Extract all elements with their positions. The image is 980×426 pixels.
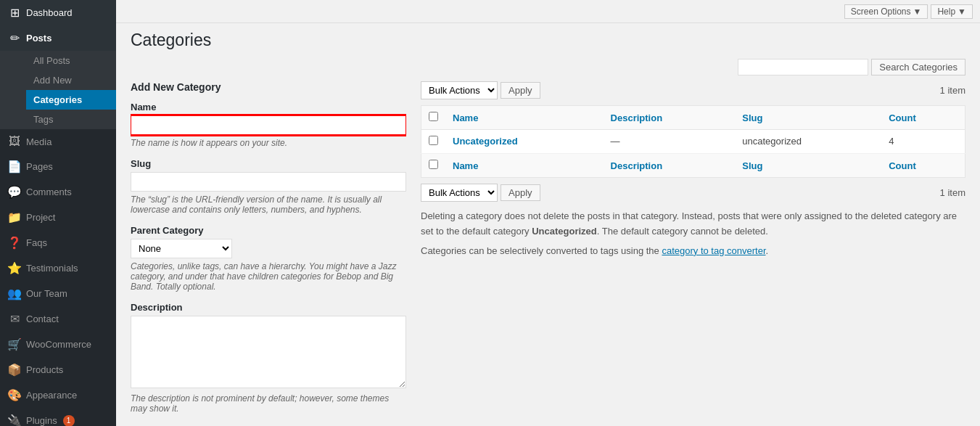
sidebar-item-posts[interactable]: ✏ Posts xyxy=(0,25,116,51)
sidebar-item-label: Appearance xyxy=(26,390,77,401)
bottom-item-count: 1 item xyxy=(940,187,965,198)
subnav-tags[interactable]: Tags xyxy=(26,110,116,129)
name-group: Name The name is how it appears on your … xyxy=(131,102,406,148)
description-textarea[interactable] xyxy=(131,316,406,388)
header-checkbox-col xyxy=(421,106,446,130)
top-toolbar-left: Bulk Actions Apply xyxy=(421,81,540,99)
parent-select[interactable]: None xyxy=(131,239,232,258)
sidebar-item-label: Products xyxy=(26,364,63,375)
search-categories-button[interactable]: Search Categories xyxy=(871,59,965,75)
contact-icon: ✉ xyxy=(7,312,22,326)
slug-group: Slug The “slug” is the URL-friendly vers… xyxy=(131,158,406,215)
uncategorized-link[interactable]: Uncategorized xyxy=(453,136,518,147)
table-header-row: Name Description Slug Count xyxy=(421,106,965,130)
row-name: Uncategorized xyxy=(445,130,604,154)
description-label: Description xyxy=(131,302,406,313)
screen-options-button[interactable]: Screen Options ▼ xyxy=(844,4,928,19)
categories-table: Name Description Slug Count Unca xyxy=(421,105,965,178)
bottom-toolbar: Bulk Actions Apply 1 item xyxy=(421,184,965,202)
project-icon: 📁 xyxy=(7,210,22,224)
appearance-icon: 🎨 xyxy=(7,388,22,402)
category-to-tag-converter-link[interactable]: category to tag converter xyxy=(662,245,765,256)
bottom-note-2: Categories can be selectively converted … xyxy=(421,244,965,259)
comments-icon: 💬 xyxy=(7,185,22,199)
sidebar-item-products[interactable]: 📦 Products xyxy=(0,357,116,382)
sidebar-item-label: Plugins xyxy=(26,415,57,426)
subnav-categories[interactable]: Categories xyxy=(26,90,116,110)
name-input[interactable] xyxy=(131,115,406,135)
search-bar-row: Search Categories xyxy=(131,59,965,75)
row-select-checkbox[interactable] xyxy=(429,136,438,145)
bottom-bulk-select[interactable]: Bulk Actions xyxy=(421,184,498,202)
sidebar-item-project[interactable]: 📁 Project xyxy=(0,205,116,230)
categories-table-area: Bulk Actions Apply 1 item Name xyxy=(421,81,965,419)
parent-hint: Categories, unlike tags, can have a hier… xyxy=(131,261,406,292)
row-slug: uncategorized xyxy=(735,130,881,154)
sidebar-item-testimonials[interactable]: ⭐ Testimonials xyxy=(0,255,116,281)
header-name-col[interactable]: Name xyxy=(445,106,604,130)
sidebar-item-label: Our Team xyxy=(26,288,67,299)
row-description: — xyxy=(604,130,736,154)
sidebar: ⊞ Dashboard ✏ Posts All Posts Add New Ca… xyxy=(0,0,116,426)
sidebar-item-label: Pages xyxy=(26,161,53,172)
select-all-checkbox[interactable] xyxy=(429,112,438,121)
header-count-col[interactable]: Count xyxy=(881,106,965,130)
sidebar-item-label: Faqs xyxy=(26,237,47,248)
ourteam-icon: 👥 xyxy=(7,287,22,300)
description-hint: The description is not prominent by defa… xyxy=(131,393,406,414)
name-label: Name xyxy=(131,102,406,112)
top-toolbar: Bulk Actions Apply 1 item xyxy=(421,81,965,99)
products-icon: 📦 xyxy=(7,363,22,377)
sidebar-item-media[interactable]: 🖼 Media xyxy=(0,129,116,154)
search-categories-input[interactable] xyxy=(738,59,868,75)
sidebar-item-label: Media xyxy=(26,136,52,147)
faqs-icon: ❓ xyxy=(7,236,22,250)
bottom-note-1: Deleting a category does not delete the … xyxy=(421,209,965,239)
sidebar-item-pages[interactable]: 📄 Pages xyxy=(0,154,116,179)
parent-select-row: None xyxy=(131,239,406,258)
table-footer-header-row: Name Description Slug Count xyxy=(421,154,965,178)
top-bulk-select[interactable]: Bulk Actions xyxy=(421,81,498,99)
header-description-col[interactable]: Description xyxy=(604,106,736,130)
footer-description-col[interactable]: Description xyxy=(604,154,736,178)
sidebar-item-ourteam[interactable]: 👥 Our Team xyxy=(0,281,116,306)
main-area: Screen Options ▼ Help ▼ Categories Searc… xyxy=(116,0,980,426)
help-label: Help xyxy=(937,7,955,17)
bottom-notes: Deleting a category does not delete the … xyxy=(421,209,965,258)
form-title: Add New Category xyxy=(131,81,406,93)
row-checkbox xyxy=(421,130,446,154)
parent-label: Parent Category xyxy=(131,225,406,236)
add-category-form: Add New Category Name The name is how it… xyxy=(131,81,406,419)
posts-subnav: All Posts Add New Categories Tags xyxy=(0,51,116,129)
footer-count-col[interactable]: Count xyxy=(881,154,965,178)
footer-select-all-checkbox[interactable] xyxy=(429,160,438,169)
bottom-apply-button[interactable]: Apply xyxy=(501,184,540,201)
slug-input[interactable] xyxy=(131,172,406,192)
woocommerce-icon: 🛒 xyxy=(7,337,22,351)
sidebar-item-plugins[interactable]: 🔌 Plugins 1 xyxy=(0,408,116,426)
sidebar-item-contact[interactable]: ✉ Contact xyxy=(0,306,116,332)
plugins-icon: 🔌 xyxy=(7,414,22,426)
dashboard-icon: ⊞ xyxy=(7,6,22,20)
plugins-badge: 1 xyxy=(63,415,75,427)
footer-slug-col[interactable]: Slug xyxy=(735,154,881,178)
table-row: Uncategorized — uncategorized 4 xyxy=(421,130,965,154)
sidebar-item-dashboard[interactable]: ⊞ Dashboard xyxy=(0,0,116,25)
sidebar-item-label: Posts xyxy=(26,33,52,44)
header-slug-col[interactable]: Slug xyxy=(735,106,881,130)
sidebar-item-appearance[interactable]: 🎨 Appearance xyxy=(0,382,116,408)
sidebar-item-label: WooCommerce xyxy=(26,339,91,350)
description-group: Description The description is not promi… xyxy=(131,302,406,414)
top-apply-button[interactable]: Apply xyxy=(501,82,540,99)
row-count: 4 xyxy=(881,130,965,154)
sidebar-item-woocommerce[interactable]: 🛒 WooCommerce xyxy=(0,332,116,357)
sidebar-item-label: Dashboard xyxy=(26,7,73,18)
sidebar-item-comments[interactable]: 💬 Comments xyxy=(0,179,116,205)
subnav-add-new[interactable]: Add New xyxy=(26,70,116,90)
footer-name-col[interactable]: Name xyxy=(445,154,604,178)
two-col-layout: Add New Category Name The name is how it… xyxy=(131,81,965,419)
help-button[interactable]: Help ▼ xyxy=(931,4,973,19)
subnav-all-posts[interactable]: All Posts xyxy=(26,51,116,70)
sidebar-item-faqs[interactable]: ❓ Faqs xyxy=(0,230,116,255)
help-chevron-icon: ▼ xyxy=(958,7,966,17)
